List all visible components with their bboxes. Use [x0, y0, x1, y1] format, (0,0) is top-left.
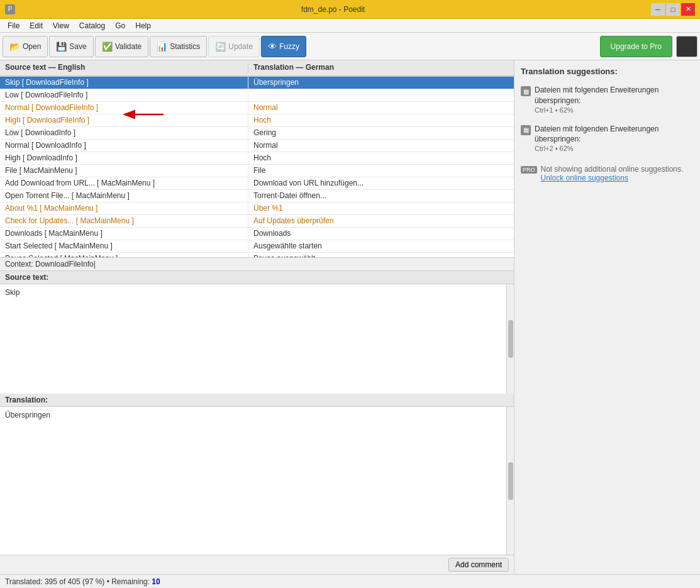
menu-edit[interactable]: Edit [25, 20, 48, 31]
cell-translation: Torrent-Datei öffnen... [248, 190, 514, 202]
upgrade-button[interactable]: Upgrade to Pro [600, 36, 672, 57]
menu-go[interactable]: Go [110, 20, 130, 31]
table-container: Skip [ DownloadFileInfo ] Überspringen L… [0, 77, 514, 257]
unlock-link[interactable]: Unlock online suggestions [541, 174, 628, 182]
theme-toggle[interactable] [676, 36, 697, 57]
cell-source: Add Download from URL... [ MacMainMenu ] [0, 177, 248, 189]
table-row[interactable]: File [ MacMainMenu ] File [0, 165, 514, 177]
cell-translation: Hoch [248, 152, 514, 164]
table-row[interactable]: Open Torrent File... [ MacMainMenu ] Tor… [0, 190, 514, 202]
table-row[interactable]: Low [ DownloadFileInfo ] [0, 89, 514, 102]
fuzzy-button[interactable]: 👁 Fuzzy [261, 36, 306, 57]
cell-translation: Gering [248, 127, 514, 139]
translation-text-area[interactable] [0, 407, 514, 555]
suggestion-2: ▦ Dateien mit folgenden Erweiterungen üb… [521, 124, 694, 153]
cell-translation: Ausgewählte starten [248, 240, 514, 252]
source-text-header: Source text: [0, 271, 514, 284]
suggestion-1: ▦ Dateien mit folgenden Erweiterungen üb… [521, 85, 694, 114]
toolbar: 📂 Open 💾 Save ✅ Validate 📊 Statistics 🔄 … [0, 33, 700, 60]
cell-translation: Überspringen [248, 77, 514, 89]
fuzzy-icon: 👁 [268, 42, 277, 52]
table-row[interactable]: About %1 [ MacMainMenu ] Über %1 [0, 202, 514, 215]
cell-source: High [ DownloadFileInfo ] [0, 114, 248, 126]
cell-translation: File [248, 165, 514, 177]
table-row[interactable]: Normal [ DownloadInfo ] Normal [0, 140, 514, 152]
cell-source: File [ MacMainMenu ] [0, 165, 248, 177]
app-icon: P [5, 4, 15, 14]
right-panel: Translation suggestions: ▦ Dateien mit f… [514, 60, 700, 574]
suggestion-shortcut-1: Ctrl+1 • 62% [535, 106, 694, 114]
cell-source: Low [ DownloadInfo ] [0, 127, 248, 139]
menu-bar: File Edit View Catalog Go Help [0, 19, 700, 33]
context-bar: Context: DownloadFileInfo| [0, 257, 514, 271]
table-row[interactable]: Downloads [ MacMainMenu ] Downloads [0, 228, 514, 240]
table-row[interactable]: High [ DownloadFileInfo ] Hoch [0, 114, 514, 127]
source-text-section: Source text: [0, 271, 514, 394]
cell-source: Downloads [ MacMainMenu ] [0, 228, 248, 240]
cell-source: Normal [ DownloadInfo ] [0, 140, 248, 152]
statistics-icon: 📊 [157, 42, 167, 52]
menu-view[interactable]: View [48, 20, 74, 31]
pro-notice: PRO Not showing additional online sugges… [521, 165, 694, 182]
translation-section: Translation: Add comment [0, 394, 514, 574]
cell-source: Check for Updates... [ MacMainMenu ] [0, 215, 248, 227]
open-icon: 📂 [9, 42, 20, 52]
table-row[interactable]: High [ DownloadInfo ] Hoch [0, 152, 514, 165]
update-icon: 🔄 [215, 42, 226, 52]
save-button[interactable]: 💾 Save [49, 36, 93, 57]
cell-source: High [ DownloadInfo ] [0, 152, 248, 164]
table-row[interactable]: Add Download from URL... [ MacMainMenu ]… [0, 177, 514, 190]
suggestion-text-1: Dateien mit folgenden Erweiterungen über… [535, 85, 694, 106]
cell-translation: Auf Updates überprüfen [248, 215, 514, 227]
cell-source: Pause Selected [ MacMainMenu ] [0, 253, 248, 257]
cell-source: Low [ DownloadFileInfo ] [0, 89, 248, 101]
table-row[interactable]: Normal [ DownloadFileInfo ] Normal [0, 102, 514, 114]
suggestion-shortcut-2: Ctrl+2 • 62% [535, 145, 694, 152]
pro-text: Not showing additional online suggestion… [541, 165, 684, 174]
close-button[interactable]: ✕ [681, 3, 695, 16]
validate-icon: ✅ [102, 42, 113, 52]
update-button[interactable]: 🔄 Update [208, 36, 260, 57]
window-controls: ─ □ ✕ [651, 3, 695, 16]
menu-catalog[interactable]: Catalog [74, 20, 110, 31]
cell-source: Skip [ DownloadFileInfo ] [0, 77, 248, 89]
open-button[interactable]: 📂 Open [3, 36, 48, 57]
translation-column-header: Translation — German [248, 63, 506, 73]
menu-help[interactable]: Help [130, 20, 156, 31]
suggestion-text-2: Dateien mit folgenden Erweiterungen über… [535, 124, 694, 145]
cell-translation: Normal [248, 140, 514, 152]
table-header: Source text — English Translation — Germ… [0, 60, 514, 77]
minimize-button[interactable]: ─ [651, 3, 665, 16]
cell-translation: Download von URL hinzufügen... [248, 177, 514, 189]
suggestions-header: Translation suggestions: [521, 67, 694, 76]
title-bar: P fdm_de.po - Poedit ─ □ ✕ [0, 0, 700, 19]
table-row[interactable]: Pause Selected [ MacMainMenu ] Pause aus… [0, 253, 514, 257]
menu-file[interactable]: File [3, 20, 25, 31]
cell-source: Normal [ DownloadFileInfo ] [0, 102, 248, 114]
cell-source: Start Selected [ MacMainMenu ] [0, 240, 248, 252]
status-remaining: 10 [152, 577, 160, 586]
source-column-header: Source text — English [0, 63, 248, 73]
cell-translation: Downloads [248, 228, 514, 240]
suggestion-icon-2: ▦ [521, 125, 531, 135]
translation-table[interactable]: Skip [ DownloadFileInfo ] Überspringen L… [0, 77, 514, 257]
translation-header: Translation: [0, 394, 514, 407]
table-row[interactable]: Skip [ DownloadFileInfo ] Überspringen [0, 77, 514, 89]
source-text-area[interactable] [0, 284, 514, 394]
save-icon: 💾 [56, 42, 67, 52]
statistics-button[interactable]: 📊 Statistics [150, 36, 207, 57]
cell-translation: Pause ausgewählt [248, 253, 514, 257]
maximize-button[interactable]: □ [666, 3, 680, 16]
table-row[interactable]: Low [ DownloadInfo ] Gering [0, 127, 514, 140]
cell-translation: Hoch [248, 114, 514, 126]
left-panel: Source text — English Translation — Germ… [0, 60, 514, 574]
table-row[interactable]: Check for Updates... [ MacMainMenu ] Auf… [0, 215, 514, 228]
cell-source: About %1 [ MacMainMenu ] [0, 202, 248, 214]
status-text: Translated: 395 of 405 (97 %) • Remainin… [5, 577, 150, 586]
table-row[interactable]: Start Selected [ MacMainMenu ] Ausgewähl… [0, 240, 514, 253]
cell-source: Open Torrent File... [ MacMainMenu ] [0, 190, 248, 202]
cell-translation: Normal [248, 102, 514, 114]
validate-button[interactable]: ✅ Validate [95, 36, 148, 57]
add-comment-button[interactable]: Add comment [448, 558, 509, 572]
window-title: fdm_de.po - Poedit [15, 5, 651, 14]
